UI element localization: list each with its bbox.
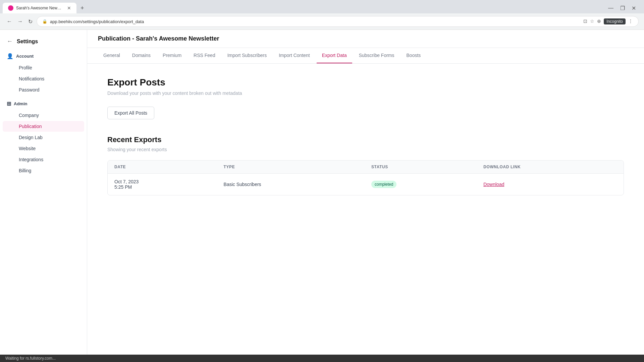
admin-section-label: Admin: [14, 101, 27, 106]
forward-button[interactable]: →: [16, 17, 24, 26]
account-section-header: 👤 Account: [0, 50, 87, 62]
tab-premium[interactable]: Premium: [157, 48, 187, 63]
export-all-posts-button[interactable]: Export All Posts: [107, 107, 154, 119]
admin-section: ⊞ Admin Company Publication Design Lab W…: [0, 98, 87, 176]
status-badge: completed: [371, 181, 396, 188]
export-date: Oct 7, 2023: [114, 179, 139, 184]
sidebar-item-profile[interactable]: Profile: [3, 62, 84, 73]
tab-export-data[interactable]: Export Data: [317, 48, 352, 63]
account-section-label: Account: [16, 54, 34, 59]
export-posts-description: Download your posts with your content br…: [107, 90, 624, 96]
tab-bar: Sarah's Awesome Newsletter - b... ✕ + — …: [0, 0, 644, 13]
account-section: 👤 Account Profile Notifications Password: [0, 50, 87, 95]
sidebar-item-integrations[interactable]: Integrations: [3, 154, 84, 165]
status-bar: Waiting for rs.fullstory.com...: [0, 355, 644, 362]
export-time: 5:25 PM: [114, 184, 132, 190]
back-button[interactable]: ←: [5, 17, 13, 26]
table-body: Oct 7, 2023 5:25 PM Basic Subscribers co…: [108, 174, 624, 195]
tab-rss-feed[interactable]: RSS Feed: [188, 48, 221, 63]
content-header: Publication - Sarah's Awesome Newsletter: [87, 30, 644, 48]
tab-import-content[interactable]: Import Content: [273, 48, 315, 63]
admin-icon: ⊞: [7, 101, 11, 107]
page-title: Publication - Sarah's Awesome Newsletter: [98, 35, 219, 42]
cell-type: Basic Subscribers: [217, 174, 365, 195]
tab-boosts[interactable]: Boosts: [401, 48, 426, 63]
sidebar-item-design-lab[interactable]: Design Lab: [3, 132, 84, 143]
cell-download: Download: [477, 174, 624, 195]
tab-import-subscribers[interactable]: Import Subscribers: [222, 48, 272, 63]
sidebar-item-password[interactable]: Password: [3, 84, 84, 95]
bookmark-icon[interactable]: ☆: [590, 18, 594, 24]
url-text: app.beehiiv.com/settings/publication/exp…: [50, 19, 144, 24]
recent-exports-section: Recent Exports Showing your recent expor…: [107, 135, 624, 195]
recent-exports-title: Recent Exports: [107, 135, 624, 144]
sidebar-header: ← Settings: [0, 35, 87, 50]
tab-subscribe-forms[interactable]: Subscribe Forms: [354, 48, 400, 63]
sidebar-item-notifications[interactable]: Notifications: [3, 73, 84, 84]
menu-icon[interactable]: ⋮: [628, 18, 633, 24]
minimize-button[interactable]: —: [605, 4, 616, 12]
navigation-tabs: General Domains Premium RSS Feed Import …: [87, 48, 644, 64]
col-date: DATE: [108, 161, 217, 174]
cast-icon[interactable]: ⊡: [583, 18, 587, 24]
tab-domains[interactable]: Domains: [127, 48, 156, 63]
sidebar-item-billing[interactable]: Billing: [3, 165, 84, 176]
active-tab[interactable]: Sarah's Awesome Newsletter - b... ✕: [3, 3, 76, 13]
sidebar-title: Settings: [17, 39, 38, 45]
reload-button[interactable]: ↻: [27, 17, 34, 26]
admin-section-header: ⊞ Admin: [0, 98, 87, 110]
exports-table-container: DATE TYPE STATUS DOWNLOAD LINK Oct 7, 20…: [107, 160, 624, 195]
new-tab-button[interactable]: +: [78, 3, 87, 13]
tab-title: Sarah's Awesome Newsletter - b...: [16, 6, 63, 10]
tab-general[interactable]: General: [98, 48, 125, 63]
window-controls: — ❐ ✕: [605, 4, 641, 13]
profile-icon[interactable]: ⊕: [597, 18, 601, 24]
col-download-link: DOWNLOAD LINK: [477, 161, 624, 174]
browser-chrome: Sarah's Awesome Newsletter - b... ✕ + — …: [0, 0, 644, 30]
main-content-area: Publication - Sarah's Awesome Newsletter…: [87, 30, 644, 355]
sidebar-item-company[interactable]: Company: [3, 110, 84, 121]
status-text: Waiting for rs.fullstory.com...: [5, 356, 56, 361]
col-type: TYPE: [217, 161, 365, 174]
table-row: Oct 7, 2023 5:25 PM Basic Subscribers co…: [108, 174, 624, 195]
export-posts-section: Export Posts Download your posts with yo…: [107, 77, 624, 135]
incognito-badge: Incognito: [604, 18, 626, 24]
cell-date: Oct 7, 2023 5:25 PM: [108, 174, 217, 195]
sidebar-item-publication[interactable]: Publication: [3, 121, 84, 132]
sidebar: ← Settings 👤 Account Profile Notificatio…: [0, 30, 87, 355]
url-bar[interactable]: 🔒 app.beehiiv.com/settings/publication/e…: [37, 16, 639, 27]
export-posts-title: Export Posts: [107, 77, 624, 88]
tab-favicon: [8, 5, 13, 11]
address-bar: ← → ↻ 🔒 app.beehiiv.com/settings/publica…: [0, 13, 644, 29]
table-header: DATE TYPE STATUS DOWNLOAD LINK: [108, 161, 624, 174]
app-container: ← Settings 👤 Account Profile Notificatio…: [0, 30, 644, 355]
recent-exports-description: Showing your recent exports: [107, 147, 624, 152]
address-bar-icons: ⊡ ☆ ⊕ Incognito ⋮: [583, 18, 633, 24]
exports-table: DATE TYPE STATUS DOWNLOAD LINK Oct 7, 20…: [108, 161, 624, 195]
maximize-button[interactable]: ❐: [618, 4, 628, 13]
sidebar-item-website[interactable]: Website: [3, 143, 84, 154]
lock-icon: 🔒: [42, 19, 47, 24]
export-content: Export Posts Download your posts with yo…: [87, 64, 644, 209]
close-button[interactable]: ✕: [629, 4, 639, 13]
col-status: STATUS: [365, 161, 477, 174]
tab-close-button[interactable]: ✕: [67, 5, 71, 11]
download-link[interactable]: Download: [483, 182, 504, 187]
cell-status: completed: [365, 174, 477, 195]
account-icon: 👤: [7, 53, 13, 59]
sidebar-back-button[interactable]: ←: [7, 38, 13, 45]
